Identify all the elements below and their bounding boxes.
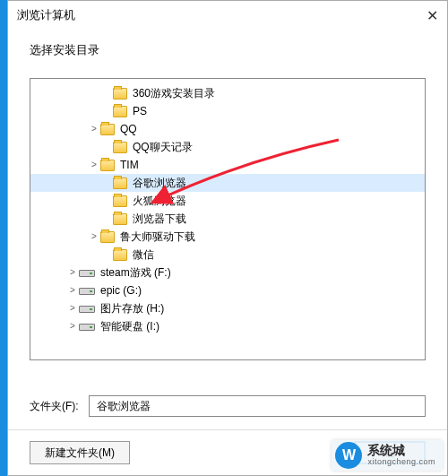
tree-item-label: 浏览器下载 [133, 210, 186, 228]
tree-item[interactable]: >谷歌浏览器 [30, 174, 425, 192]
drive-icon [79, 306, 95, 313]
folder-icon [113, 195, 127, 207]
folder-icon [100, 160, 115, 171]
folder-icon [113, 142, 127, 153]
tree-item-label: 图片存放 (H:) [100, 299, 164, 317]
tree-item-label: TIM [120, 156, 139, 174]
folder-tree[interactable]: >360游戏安装目录>PS>QQ>QQ聊天记录>TIM>谷歌浏览器>火狐浏览器>… [30, 78, 426, 360]
tree-item[interactable]: >微信 [30, 246, 425, 264]
tree-item[interactable]: >QQ [30, 120, 425, 138]
tree-item[interactable]: >图片存放 (H:) [30, 299, 425, 317]
expand-icon[interactable]: > [66, 299, 79, 317]
tree-item[interactable]: >智能硬盘 (I:) [30, 317, 425, 335]
expand-icon[interactable]: > [66, 281, 79, 299]
tree-item[interactable]: >epic (G:) [30, 281, 425, 299]
folder-icon [113, 177, 127, 189]
tree-item[interactable]: >steam游戏 (F:) [30, 264, 425, 281]
tree-item[interactable]: >PS [30, 102, 425, 120]
folder-field-label: 文件夹(F): [30, 399, 89, 414]
expand-icon[interactable]: > [88, 228, 100, 246]
folder-icon [113, 88, 127, 100]
folder-icon [113, 249, 127, 261]
folder-icon [113, 213, 127, 225]
tree-item[interactable]: >360游戏安装目录 [30, 84, 425, 102]
tree-item[interactable]: >鲁大师驱动下载 [30, 228, 425, 246]
drive-icon [79, 270, 95, 277]
left-accent-stripe [0, 0, 7, 476]
expand-icon[interactable]: > [88, 120, 100, 138]
watermark-logo-icon: W [335, 442, 362, 469]
expand-icon[interactable]: > [66, 317, 79, 335]
watermark-en: xitongcheng.com [367, 458, 435, 467]
watermark-cn: 系统城 [367, 444, 435, 457]
tree-item-label: 鲁大师驱动下载 [120, 228, 195, 246]
tree-item[interactable]: >浏览器下载 [30, 210, 425, 228]
watermark: W 系统城 xitongcheng.com [332, 440, 443, 471]
new-folder-button[interactable]: 新建文件夹(M) [30, 441, 130, 464]
tree-item[interactable]: >火狐浏览器 [30, 192, 425, 210]
tree-item-label: epic (G:) [100, 281, 142, 299]
drive-icon [79, 288, 95, 295]
tree-item-label: QQ [120, 120, 137, 138]
titlebar: 浏览计算机 ✕ [8, 1, 447, 30]
tree-item-label: 谷歌浏览器 [133, 174, 186, 192]
tree-item-label: 智能硬盘 (I:) [100, 317, 159, 335]
tree-item[interactable]: >TIM [30, 156, 425, 174]
dialog-title: 浏览计算机 [17, 7, 402, 23]
close-icon[interactable]: ✕ [402, 7, 438, 24]
tree-item-label: 火狐浏览器 [133, 192, 186, 210]
expand-icon[interactable]: > [66, 264, 79, 281]
drive-icon [79, 324, 95, 331]
tree-item-label: 360游戏安装目录 [133, 84, 215, 102]
expand-icon[interactable]: > [88, 156, 100, 174]
tree-item-label: PS [133, 102, 147, 120]
folder-input[interactable] [89, 395, 426, 417]
tree-item-label: 微信 [133, 246, 154, 264]
folder-icon [100, 231, 115, 243]
folder-icon [100, 124, 115, 135]
folder-icon [113, 106, 127, 117]
tree-item-label: steam游戏 (F:) [100, 264, 171, 281]
instruction-text: 选择安装目录 [8, 30, 447, 64]
tree-item[interactable]: >QQ聊天记录 [30, 138, 425, 156]
browse-folder-dialog: 浏览计算机 ✕ 选择安装目录 >360游戏安装目录>PS>QQ>QQ聊天记录>T… [7, 0, 448, 476]
tree-item-label: QQ聊天记录 [133, 138, 193, 156]
